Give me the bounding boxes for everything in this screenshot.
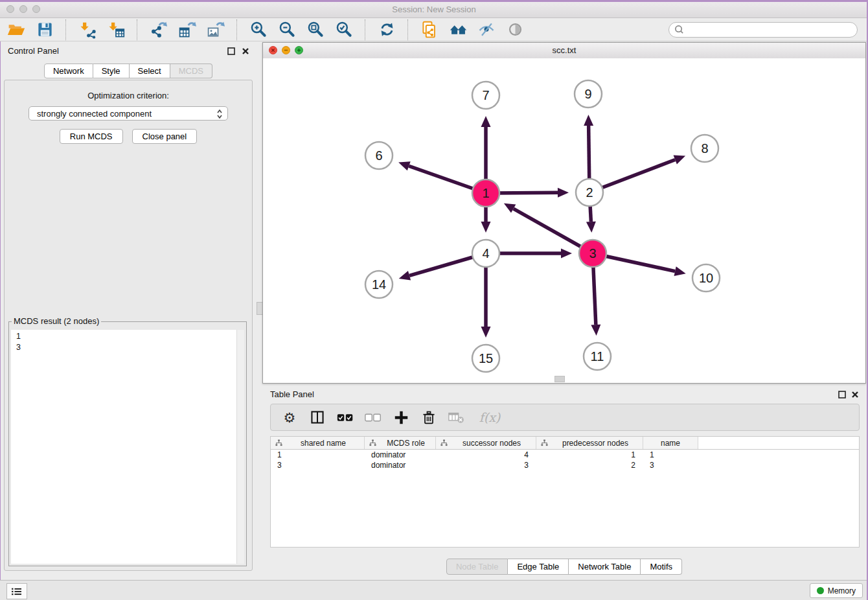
tab-edge-table[interactable]: Edge Table	[508, 559, 569, 575]
function-builder-button[interactable]: f(x)	[476, 409, 503, 426]
checked-boxes-icon	[337, 413, 354, 422]
hierarchy-icon	[369, 439, 376, 446]
graph-edge-arrowhead	[561, 249, 572, 259]
table-row[interactable]: 1dominator411	[271, 450, 859, 460]
close-panel-icon[interactable]	[851, 390, 860, 399]
tab-motifs[interactable]: Motifs	[641, 559, 682, 575]
graph-node-label: 2	[586, 185, 593, 200]
show-columns-button[interactable]	[309, 409, 326, 426]
criterion-select[interactable]: strongly connected component	[29, 106, 228, 121]
table-cell: 1	[536, 450, 643, 459]
hierarchy-icon	[541, 439, 548, 446]
tab-style[interactable]: Style	[93, 63, 130, 78]
float-panel-icon[interactable]	[227, 47, 236, 56]
import-table-button[interactable]	[106, 20, 126, 40]
column-header-predecessor-nodes[interactable]: predecessor nodes	[536, 437, 643, 449]
plus-icon	[394, 410, 409, 425]
zoom-out-button[interactable]	[277, 20, 297, 40]
graph-edge-arrowhead	[398, 161, 411, 170]
graph-edge-arrowhead	[584, 115, 593, 126]
memory-button[interactable]: Memory	[810, 583, 863, 598]
tab-node-table[interactable]: Node Table	[446, 559, 508, 575]
hide-annotations-button[interactable]	[477, 20, 496, 40]
import-table-icon	[107, 21, 125, 39]
table-cell: 3	[436, 461, 536, 470]
column-header-name[interactable]: name	[643, 437, 698, 449]
mcds-result-fieldset: MCDS result (2 nodes) 1 3	[8, 321, 247, 566]
network-view-window: scc.txt 1234678910111415	[262, 42, 866, 384]
network-resize-grip[interactable]	[554, 376, 565, 382]
close-panel-icon[interactable]	[241, 47, 250, 56]
export-network-button[interactable]	[149, 20, 168, 40]
tab-network[interactable]: Network	[44, 63, 93, 78]
table-panel-header: Table Panel	[262, 386, 866, 402]
mcds-panel: Optimization criterion: strongly connect…	[4, 80, 253, 571]
graph-node-label: 1	[482, 186, 489, 200]
export-image-button[interactable]	[206, 20, 225, 40]
column-header-successor-nodes[interactable]: successor nodes	[436, 437, 536, 449]
tab-network-table[interactable]: Network Table	[569, 559, 641, 575]
control-panel-header: Control Panel	[0, 42, 257, 60]
save-session-button[interactable]	[35, 20, 54, 40]
header-filler	[698, 437, 859, 449]
table-cell: 4	[436, 450, 536, 459]
import-network-button[interactable]	[78, 20, 97, 40]
column-header-mcds-role[interactable]: MCDS role	[365, 437, 436, 449]
mcds-result-box[interactable]: 1 3	[11, 330, 244, 564]
toolbar-separator	[137, 19, 138, 40]
table-cell: dominator	[365, 450, 436, 459]
zoom-selected-button[interactable]	[334, 20, 354, 40]
empty-boxes-icon	[365, 413, 382, 422]
refresh-button[interactable]	[377, 20, 396, 40]
zoom-in-button[interactable]	[249, 20, 268, 40]
main-toolbar	[0, 18, 868, 41]
toolbar-separator	[236, 19, 238, 40]
select-all-rows-button[interactable]	[337, 409, 354, 426]
delete-table-button[interactable]	[448, 409, 465, 426]
delete-column-button[interactable]	[420, 409, 437, 426]
graph-node-label: 7	[482, 88, 489, 102]
zoom-fit-button[interactable]	[306, 20, 325, 40]
export-table-icon	[178, 21, 196, 39]
refresh-icon	[378, 21, 396, 38]
window-titlebar: Session: New Session	[0, 2, 868, 18]
graph-node-label: 6	[375, 148, 382, 163]
control-panel-tabs: Network Style Select MCDS	[0, 63, 257, 78]
delete-table-icon	[448, 411, 465, 424]
tab-select[interactable]: Select	[130, 63, 170, 78]
eye-slash-icon	[477, 21, 496, 39]
import-network-icon	[78, 21, 97, 39]
graph-edge-arrowhead	[481, 222, 491, 233]
list-icon	[11, 587, 23, 596]
task-history-button[interactable]	[6, 583, 27, 599]
show-annotations-button[interactable]	[505, 20, 525, 40]
table-settings-button[interactable]: ⚙	[281, 409, 298, 426]
search-icon	[674, 25, 684, 34]
graph-node-label: 10	[699, 271, 713, 285]
table-cell: 3	[271, 461, 365, 470]
zoom-fit-icon	[306, 21, 325, 39]
open-session-button[interactable]	[6, 20, 26, 40]
add-column-button[interactable]	[393, 409, 409, 426]
close-panel-button[interactable]: Close panel	[132, 129, 198, 144]
duplicate-network-icon	[420, 21, 439, 39]
run-mcds-button[interactable]: Run MCDS	[60, 129, 123, 144]
duplicate-network-button[interactable]	[420, 20, 439, 40]
tab-mcds[interactable]: MCDS	[170, 63, 212, 78]
network-window-titlebar[interactable]: scc.txt	[263, 43, 865, 59]
graph-node-label: 15	[479, 351, 493, 365]
graph-edge-arrowhead	[591, 325, 600, 336]
table-cell: dominator	[365, 461, 436, 470]
export-table-button[interactable]	[177, 20, 197, 40]
table-row[interactable]: 3dominator323	[271, 460, 859, 470]
network-canvas[interactable]: 1234678910111415	[263, 58, 865, 383]
table-cell: 1	[271, 450, 365, 459]
criterion-value: strongly connected component	[37, 109, 152, 119]
home-button[interactable]	[448, 20, 468, 40]
table-panel-title: Table Panel	[270, 389, 314, 399]
column-header-shared-name[interactable]: shared name	[271, 437, 365, 449]
search-input[interactable]	[687, 24, 857, 35]
result-scrollbar[interactable]	[236, 330, 244, 564]
float-panel-icon[interactable]	[838, 390, 847, 399]
deselect-all-rows-button[interactable]	[365, 409, 382, 426]
